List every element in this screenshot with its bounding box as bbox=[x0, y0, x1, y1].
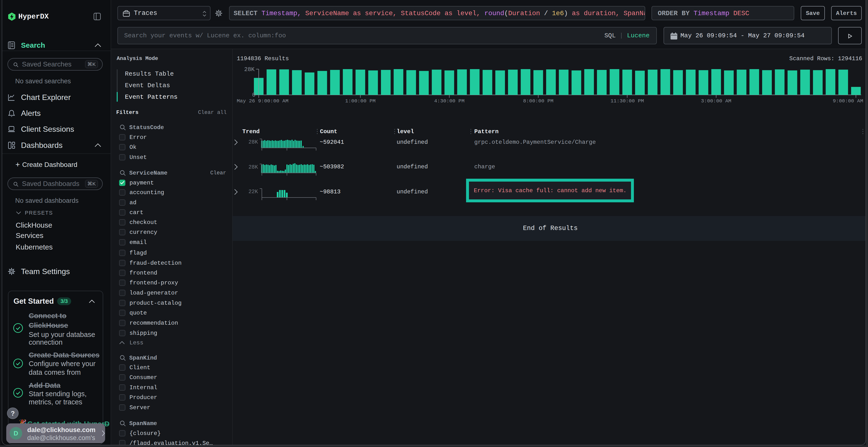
svg-text:May 26 9:00:00 AM: May 26 9:00:00 AM bbox=[237, 98, 288, 104]
svg-text:28K: 28K bbox=[244, 66, 255, 73]
svg-text:4:30:00 PM: 4:30:00 PM bbox=[434, 98, 464, 104]
svg-text:11:30:00 PM: 11:30:00 PM bbox=[611, 98, 644, 104]
svg-text:8:00:00 PM: 8:00:00 PM bbox=[523, 98, 553, 104]
svg-text:9:00:00 AM: 9:00:00 AM bbox=[833, 98, 863, 104]
svg-text:3:00:00 AM: 3:00:00 AM bbox=[701, 98, 731, 104]
svg-text:0: 0 bbox=[252, 92, 255, 98]
svg-text:1:00:00 PM: 1:00:00 PM bbox=[345, 98, 376, 104]
